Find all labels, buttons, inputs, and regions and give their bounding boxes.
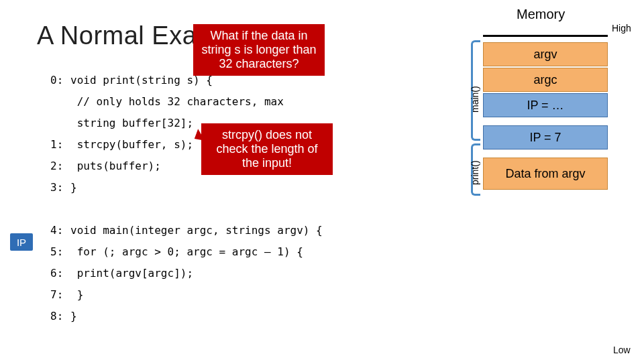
code-line-number: 2: bbox=[50, 156, 70, 177]
memory-high-label: High bbox=[612, 23, 631, 34]
bracket-print-label: print() bbox=[470, 160, 480, 185]
code-line-text: for (; argc > 0; argc = argc – 1) { bbox=[70, 245, 303, 258]
code-line-text: puts(buffer); bbox=[70, 160, 161, 172]
code-line-number: 4: bbox=[50, 220, 70, 241]
code-line: // only holds 32 characters, max bbox=[50, 91, 323, 113]
code-line-text: } bbox=[70, 310, 77, 322]
code-line: 5: for (; argc > 0; argc = argc – 1) { bbox=[50, 241, 323, 263]
code-line-text: void main(integer argc, strings argv) { bbox=[70, 224, 323, 237]
memory-title: Memory bbox=[517, 7, 565, 22]
code-line bbox=[50, 198, 323, 220]
memory-cell: argc bbox=[483, 68, 608, 92]
code-line-number: 3: bbox=[50, 177, 70, 198]
code-line-number: 1: bbox=[50, 134, 70, 156]
code-line-text: string buffer[32]; bbox=[70, 117, 193, 129]
code-line-text: } bbox=[70, 181, 77, 194]
memory-stack: argvargcIP = …IP = 7Data from argv bbox=[483, 35, 608, 190]
bracket-main-label: main() bbox=[470, 86, 480, 113]
code-line-text: print(argv[argc]); bbox=[70, 267, 193, 280]
code-line: 6: print(argv[argc]); bbox=[50, 263, 323, 284]
code-line-number: 6: bbox=[50, 263, 70, 284]
memory-cell: IP = 7 bbox=[483, 125, 608, 149]
ip-badge: IP bbox=[10, 233, 33, 251]
memory-low-label: Low bbox=[613, 345, 631, 355]
callout-mid: strcpy() does not check the length of th… bbox=[201, 123, 333, 175]
memory-cell: Data from argv bbox=[483, 158, 608, 190]
code-line: 4:void main(integer argc, strings argv) … bbox=[50, 220, 323, 241]
memory-spacer bbox=[483, 149, 608, 158]
code-block: 0:void print(string s) { // only holds 3… bbox=[50, 70, 323, 327]
code-line-number: 5: bbox=[50, 241, 70, 263]
code-line-text: } bbox=[70, 288, 83, 301]
code-line-text: // only holds 32 characters, max bbox=[70, 95, 284, 108]
memory-cell: argv bbox=[483, 42, 608, 66]
code-line-number: 8: bbox=[50, 306, 70, 327]
code-line: 7: } bbox=[50, 284, 323, 306]
memory-cell: IP = … bbox=[483, 93, 608, 117]
code-line: 8:} bbox=[50, 306, 323, 327]
code-line-text: strcpy(buffer, s); bbox=[70, 138, 193, 151]
code-line-number: 0: bbox=[50, 70, 70, 91]
code-line: 3:} bbox=[50, 177, 323, 198]
memory-spacer bbox=[483, 117, 608, 125]
code-line-text: void print(string s) { bbox=[70, 74, 213, 86]
code-line-number: 7: bbox=[50, 284, 70, 306]
memory-spacer bbox=[483, 37, 608, 42]
callout-top: What if the data in string s is longer t… bbox=[193, 24, 325, 76]
